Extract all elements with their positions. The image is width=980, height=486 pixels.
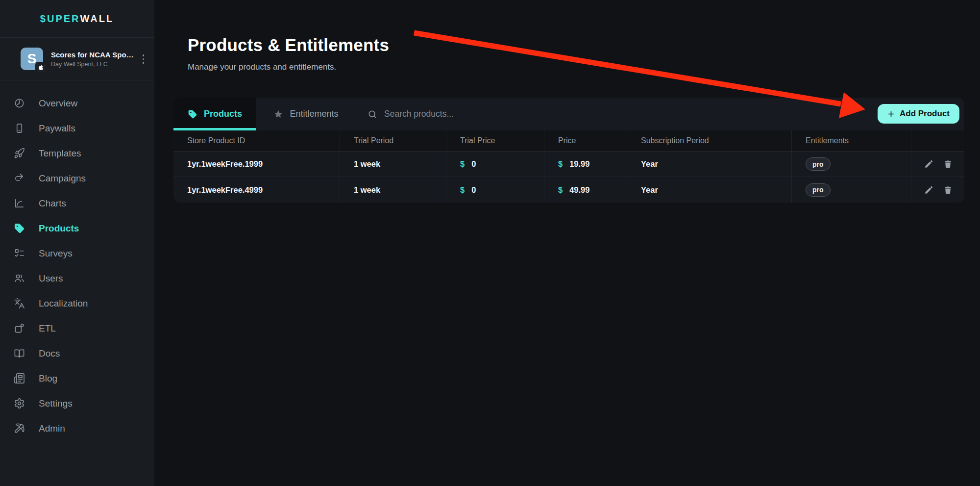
- sidebar-item-products[interactable]: Products: [0, 216, 154, 241]
- currency-symbol: $: [460, 185, 465, 195]
- sidebar-item-templates[interactable]: Campaigns Templates: [0, 141, 154, 166]
- sidebar-item-label: Campaigns: [39, 173, 86, 184]
- search-input[interactable]: [384, 109, 619, 119]
- book-icon: [14, 348, 25, 359]
- sidebar-item-label: Surveys: [39, 248, 73, 259]
- page-subtitle: Manage your products and entitlements.: [188, 62, 336, 72]
- users-icon: [14, 273, 25, 284]
- sidebar-item-docs[interactable]: Docs: [0, 341, 154, 366]
- cell-trial-period: 1 week: [340, 152, 446, 177]
- cell-price: $49.99: [544, 177, 627, 203]
- sidebar-item-label: Charts: [39, 198, 66, 209]
- sidebar-item-paywalls[interactable]: Paywalls: [0, 116, 154, 141]
- sidebar-item-label: Paywalls: [39, 123, 75, 134]
- plus-icon: [887, 110, 895, 118]
- sidebar-item-overview[interactable]: Overview: [0, 91, 154, 116]
- table-row: 1yr.1weekFree.4999 1 week $0 $49.99 Year…: [173, 177, 964, 203]
- column-header-store-product-id: Store Product ID: [173, 130, 340, 151]
- star-icon: [273, 109, 283, 119]
- app-icon: S: [21, 48, 43, 70]
- logo-text-white: WALL: [80, 13, 114, 25]
- cell-price: $19.99: [544, 152, 627, 177]
- column-header-trial-price: Trial Price: [446, 130, 544, 151]
- tab-entitlements[interactable]: Entitlements: [256, 98, 356, 130]
- panel-toolbar: Products Entitlements Add Product: [173, 98, 964, 130]
- cell-entitlements: pro: [792, 177, 911, 203]
- add-product-button[interactable]: Add Product: [878, 104, 959, 124]
- sidebar-item-admin[interactable]: Admin: [0, 416, 154, 441]
- sidebar-item-label: Admin: [39, 423, 65, 434]
- checklist-icon: [14, 248, 25, 259]
- logo-text-teal: $UPER: [40, 13, 80, 25]
- sidebar-item-blog[interactable]: Blog: [0, 366, 154, 391]
- entitlement-badge: pro: [806, 157, 831, 171]
- sidebar-item-label: ETL: [39, 323, 56, 334]
- superwall-logo[interactable]: $UPERWALL: [0, 0, 154, 38]
- app-meta: Scores for NCAA Spo… Day Well Spent, LLC: [51, 51, 134, 68]
- trial-price-value: 0: [471, 159, 476, 169]
- cell-subscription-period: Year: [627, 152, 792, 177]
- sidebar-item-charts[interactable]: Charts: [0, 191, 154, 216]
- newspaper-icon: [14, 373, 25, 384]
- tag-icon: [14, 223, 25, 234]
- column-header-entitlements: Entitlements: [792, 130, 911, 151]
- tab-label: Entitlements: [290, 109, 338, 119]
- currency-symbol: $: [460, 159, 465, 169]
- table-header-row: Store Product ID Trial Period Trial Pric…: [173, 130, 964, 152]
- price-value: 19.99: [569, 159, 589, 169]
- column-header-trial-period: Trial Period: [340, 130, 446, 151]
- sidebar-item-label: Overview: [39, 98, 77, 109]
- delete-icon[interactable]: [943, 185, 953, 195]
- sidebar-item-label: Products: [39, 223, 79, 234]
- chart-line-icon: [14, 198, 25, 209]
- sidebar-item-label: Settings: [39, 398, 73, 409]
- cell-trial-period: 1 week: [340, 177, 446, 203]
- currency-symbol: $: [558, 159, 563, 169]
- cell-store-product-id: 1yr.1weekFree.4999: [173, 177, 340, 203]
- sidebar-item-users[interactable]: Users: [0, 266, 154, 291]
- sidebar-nav: Overview Paywalls Campaigns Templates Ca…: [0, 80, 154, 441]
- delete-icon[interactable]: [943, 159, 953, 169]
- sidebar-item-campaigns[interactable]: Campaigns: [0, 166, 154, 191]
- edit-icon[interactable]: [924, 185, 933, 195]
- products-panel: Products Entitlements Add Product Store …: [173, 98, 964, 203]
- campaign-arrow-icon: [14, 173, 25, 184]
- table-row: 1yr.1weekFree.1999 1 week $0 $19.99 Year…: [173, 152, 964, 177]
- pickaxe-icon: [14, 423, 25, 434]
- cell-trial-price: $0: [446, 177, 544, 203]
- cell-subscription-period: Year: [627, 177, 792, 203]
- cell-entitlements: pro: [792, 152, 911, 177]
- cell-actions: [911, 177, 964, 203]
- tab-products[interactable]: Products: [173, 98, 256, 130]
- rocket-icon: [14, 148, 25, 159]
- edit-icon[interactable]: [924, 159, 933, 169]
- sidebar-item-surveys[interactable]: Surveys: [0, 241, 154, 266]
- overview-icon: [14, 98, 25, 109]
- currency-symbol: $: [558, 185, 563, 195]
- sidebar-item-label: Blog: [39, 373, 57, 384]
- app-menu-kebab-icon[interactable]: [140, 53, 147, 65]
- sidebar-item-label: Templates: [39, 148, 81, 159]
- entitlement-badge: pro: [806, 183, 831, 197]
- price-value: 49.99: [569, 185, 589, 195]
- sidebar-item-localization[interactable]: Localization: [0, 291, 154, 316]
- sidebar-item-label: Users: [39, 273, 63, 284]
- cell-actions: [911, 152, 964, 177]
- app-selector[interactable]: S Scores for NCAA Spo… Day Well Spent, L…: [0, 38, 154, 80]
- phone-icon: [14, 123, 25, 134]
- sidebar-item-etl[interactable]: ETL: [0, 316, 154, 341]
- apple-logo-icon: [35, 62, 47, 73]
- tab-label: Products: [204, 109, 242, 119]
- cell-trial-price: $0: [446, 152, 544, 177]
- sidebar-item-label: Docs: [39, 348, 60, 359]
- trial-price-value: 0: [471, 185, 476, 195]
- sidebar-item-label: Localization: [39, 298, 88, 309]
- column-header-price: Price: [544, 130, 627, 151]
- app-name: Scores for NCAA Spo…: [51, 51, 134, 59]
- translate-icon: [14, 298, 25, 309]
- sidebar: $UPERWALL S Scores for NCAA Spo… Day Wel…: [0, 0, 154, 486]
- column-header-actions: [911, 130, 964, 151]
- sidebar-item-settings[interactable]: Settings: [0, 391, 154, 416]
- search-area: [356, 98, 964, 130]
- column-header-subscription-period: Subscription Period: [627, 130, 792, 151]
